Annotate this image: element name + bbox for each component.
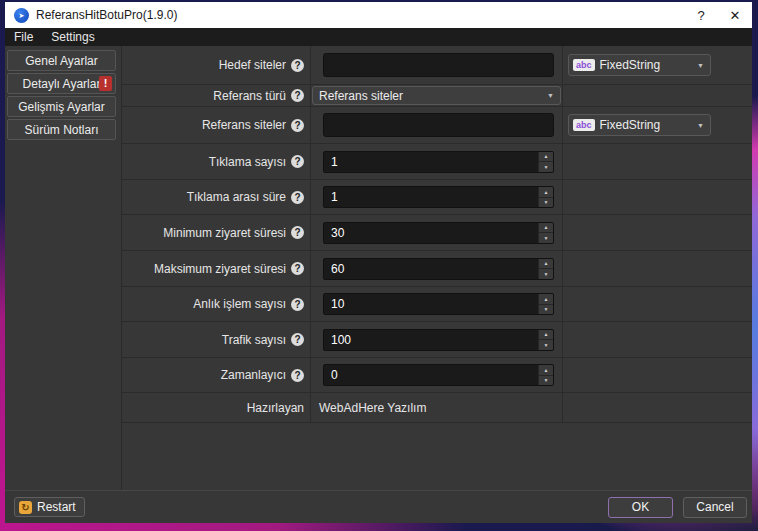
field-value-cell bbox=[310, 107, 562, 143]
cancel-button[interactable]: Cancel bbox=[683, 497, 747, 518]
help-icon[interactable]: ? bbox=[291, 59, 304, 72]
referans-siteler-type-select[interactable]: abcFixedString▼ bbox=[568, 114, 711, 136]
restart-icon: ↻ bbox=[19, 501, 32, 514]
help-icon[interactable]: ? bbox=[291, 155, 304, 168]
field-label: Hazırlayan bbox=[247, 401, 304, 415]
field-label-cell: Hedef siteler? bbox=[122, 46, 310, 84]
sidebar-tab-detayli-ayarlar[interactable]: Detaylı Ayarlar! bbox=[7, 73, 116, 94]
field-label-cell: Referans türü? bbox=[122, 85, 310, 106]
chevron-down-icon: ▼ bbox=[547, 92, 560, 99]
maksimum-ziyaret-suresi-input[interactable] bbox=[324, 259, 538, 279]
desktop-background: ➤ ReferansHitBotuPro(1.9.0) ? ✕ FileSett… bbox=[0, 0, 758, 531]
help-icon[interactable]: ? bbox=[291, 226, 304, 239]
field-value-cell: ▲▼ bbox=[310, 358, 562, 392]
spinner-buttons: ▲▼ bbox=[538, 294, 553, 314]
menu-item-settings[interactable]: Settings bbox=[51, 30, 94, 44]
form-row-tiklama-arasi-sure: Tıklama arası süre?▲▼ bbox=[122, 180, 752, 215]
sidebar-tab-label: Detaylı Ayarlar bbox=[23, 77, 101, 91]
field-type-cell bbox=[562, 144, 752, 179]
restart-button[interactable]: ↻ Restart bbox=[14, 497, 85, 517]
field-label: Anlık işlem sayısı bbox=[193, 297, 286, 311]
footer-bar: ↻ Restart OK Cancel bbox=[5, 490, 752, 523]
menu-bar: FileSettings bbox=[5, 28, 752, 46]
field-value-cell: Referans siteler▼ bbox=[310, 85, 562, 106]
spin-up-button[interactable]: ▲ bbox=[539, 223, 553, 234]
referans-turu-select[interactable]: Referans siteler▼ bbox=[312, 86, 561, 105]
field-type-cell bbox=[562, 287, 752, 321]
field-label: Trafik sayısı bbox=[222, 333, 286, 347]
spin-up-button[interactable]: ▲ bbox=[539, 259, 553, 270]
chevron-down-icon: ▼ bbox=[697, 62, 710, 69]
dialog-buttons: OK Cancel bbox=[608, 497, 747, 518]
spinner-buttons: ▲▼ bbox=[538, 330, 553, 350]
spin-up-button[interactable]: ▲ bbox=[539, 365, 553, 376]
form-row-hedef-siteler: Hedef siteler?abcFixedString▼ bbox=[122, 46, 752, 85]
tiklama-sayisi-input[interactable] bbox=[324, 152, 538, 172]
abc-string-icon: abc bbox=[573, 59, 595, 71]
hedef-siteler-type-select[interactable]: abcFixedString▼ bbox=[568, 54, 711, 76]
help-icon[interactable]: ? bbox=[291, 298, 304, 311]
spin-down-button[interactable]: ▼ bbox=[539, 162, 553, 172]
form-row-tiklama-sayisi: Tıklama sayısı?▲▼ bbox=[122, 144, 752, 180]
field-type-cell bbox=[562, 85, 752, 106]
spinner-buttons: ▲▼ bbox=[538, 187, 553, 207]
help-icon[interactable]: ? bbox=[291, 89, 304, 102]
zamanlayici-input[interactable] bbox=[324, 365, 538, 385]
spin-down-button[interactable]: ▼ bbox=[539, 198, 553, 208]
field-label-cell: Referans siteler? bbox=[122, 107, 310, 143]
spin-up-button[interactable]: ▲ bbox=[539, 152, 553, 163]
field-type-cell bbox=[562, 215, 752, 250]
minimum-ziyaret-suresi-input[interactable] bbox=[324, 223, 538, 243]
spin-down-button[interactable]: ▼ bbox=[539, 269, 553, 279]
spin-down-button[interactable]: ▼ bbox=[539, 376, 553, 386]
spin-up-button[interactable]: ▲ bbox=[539, 187, 553, 198]
menu-item-file[interactable]: File bbox=[14, 30, 33, 44]
trafik-sayisi-input[interactable] bbox=[324, 330, 538, 350]
field-label-cell: Zamanlayıcı? bbox=[122, 358, 310, 392]
app-window: ➤ ReferansHitBotuPro(1.9.0) ? ✕ FileSett… bbox=[5, 2, 752, 523]
help-icon[interactable]: ? bbox=[291, 333, 304, 346]
spin-down-button[interactable]: ▼ bbox=[539, 233, 553, 243]
field-label: Zamanlayıcı bbox=[221, 368, 286, 382]
referans-siteler-input[interactable] bbox=[323, 113, 554, 137]
type-name: FixedString bbox=[600, 58, 661, 72]
warning-badge-icon: ! bbox=[99, 76, 112, 91]
help-icon[interactable]: ? bbox=[291, 369, 304, 382]
titlebar-close-button[interactable]: ✕ bbox=[718, 2, 752, 28]
title-bar: ➤ ReferansHitBotuPro(1.9.0) ? ✕ bbox=[5, 2, 752, 28]
field-value-cell: ▲▼ bbox=[310, 144, 562, 179]
field-label-cell: Tıklama sayısı? bbox=[122, 144, 310, 179]
spin-up-button[interactable]: ▲ bbox=[539, 294, 553, 305]
help-icon[interactable]: ? bbox=[291, 262, 304, 275]
settings-form: Hedef siteler?abcFixedString▼Referans tü… bbox=[122, 46, 752, 490]
hedef-siteler-input[interactable] bbox=[323, 53, 554, 77]
sidebar-tab-label: Gelişmiş Ayarlar bbox=[18, 100, 104, 114]
abc-string-icon: abc bbox=[573, 119, 595, 131]
help-icon[interactable]: ? bbox=[291, 191, 304, 204]
ok-button[interactable]: OK bbox=[608, 497, 673, 518]
form-row-minimum-ziyaret-suresi: Minimum ziyaret süresi?▲▼ bbox=[122, 215, 752, 251]
sidebar-tab-surum-notlari[interactable]: Sürüm Notları bbox=[7, 119, 116, 140]
form-row-hazirlayan: HazırlayanWebAdHere Yazılım bbox=[122, 393, 752, 423]
tiklama-arasi-sure-input[interactable] bbox=[324, 187, 538, 207]
trafik-sayisi-spinner: ▲▼ bbox=[323, 329, 554, 351]
sidebar-tab-genel-ayarlar[interactable]: Genel Ayarlar bbox=[7, 50, 116, 71]
field-value-cell: ▲▼ bbox=[310, 251, 562, 286]
titlebar-help-button[interactable]: ? bbox=[684, 2, 718, 28]
spin-up-button[interactable]: ▲ bbox=[539, 330, 553, 341]
field-label: Referans türü bbox=[213, 89, 286, 103]
form-row-maksimum-ziyaret-suresi: Maksimum ziyaret süresi?▲▼ bbox=[122, 251, 752, 287]
help-icon[interactable]: ? bbox=[291, 119, 304, 132]
anlik-islem-sayisi-input[interactable] bbox=[324, 294, 538, 314]
spin-down-button[interactable]: ▼ bbox=[539, 340, 553, 350]
hazirlayan-value: WebAdHere Yazılım bbox=[311, 401, 426, 415]
app-logo-icon: ➤ bbox=[14, 8, 29, 23]
sidebar-tab-gelismis-ayarlar[interactable]: Gelişmiş Ayarlar bbox=[7, 96, 116, 117]
spin-down-button[interactable]: ▼ bbox=[539, 305, 553, 315]
zamanlayici-spinner: ▲▼ bbox=[323, 364, 554, 386]
field-type-cell: abcFixedString▼ bbox=[562, 107, 752, 143]
field-type-cell bbox=[562, 393, 752, 422]
form-row-zamanlayici: Zamanlayıcı?▲▼ bbox=[122, 358, 752, 393]
field-label-cell: Minimum ziyaret süresi? bbox=[122, 215, 310, 250]
form-row-referans-turu: Referans türü?Referans siteler▼ bbox=[122, 85, 752, 107]
